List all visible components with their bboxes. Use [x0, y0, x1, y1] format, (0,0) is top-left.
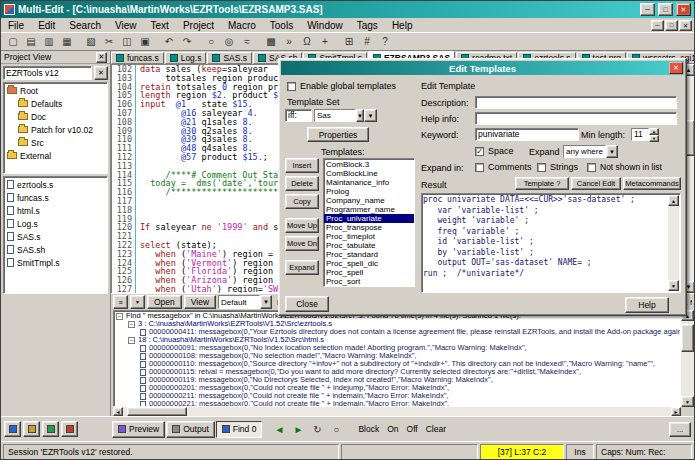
- template-item[interactable]: Proc_timeplot: [324, 232, 414, 241]
- project-tree-item[interactable]: Doc: [4, 110, 107, 123]
- template-item[interactable]: Proc_univariate: [324, 214, 414, 223]
- log-panel-icon[interactable]: [61, 421, 78, 437]
- template-set-filter-input[interactable]: iff:: [285, 109, 312, 122]
- template-item[interactable]: Proc_transpose: [324, 223, 414, 232]
- result-scrollbar[interactable]: ▲ ▼: [668, 195, 679, 291]
- save-all-icon[interactable]: ▦: [58, 34, 76, 50]
- keyword-input[interactable]: punivariate: [475, 128, 579, 141]
- close-project-view-icon[interactable]: ✕: [96, 52, 107, 63]
- redo-icon[interactable]: ↷: [178, 34, 196, 50]
- insert-button[interactable]: Insert: [285, 158, 319, 173]
- enable-global-checkbox[interactable]: [287, 82, 296, 91]
- delete-button[interactable]: Delete: [285, 176, 319, 191]
- expand-mode-select[interactable]: any where ▼: [563, 145, 667, 158]
- chevron-down-icon[interactable]: ▼: [606, 145, 618, 158]
- block-clear-button[interactable]: Clear: [423, 424, 449, 434]
- help-button[interactable]: Help: [625, 297, 669, 313]
- comments-checkbox[interactable]: [475, 163, 484, 172]
- split-window-icon[interactable]: ⊞: [340, 34, 358, 50]
- result-item[interactable]: −18 : C:\inuasha\MartinWorks\EZRTools\V1…: [114, 336, 680, 344]
- move-up-button[interactable]: Move Up: [285, 218, 319, 233]
- project-tree-item[interactable]: Src: [4, 136, 107, 149]
- template-set-dropdown-icon[interactable]: ▼: [364, 109, 377, 122]
- result-item[interactable]: 00000000091: messagebox(0,"No Index loca…: [114, 344, 680, 352]
- open-button[interactable]: Open: [147, 295, 182, 309]
- results-horizontal-scrollbar[interactable]: ◄ ►: [113, 407, 681, 416]
- paste-icon[interactable]: ▣: [136, 34, 154, 50]
- tags-icon[interactable]: #: [358, 34, 376, 50]
- template-set-select[interactable]: Sas ▼: [314, 109, 362, 122]
- scroll-left-icon[interactable]: ◄: [113, 407, 123, 416]
- mdi-restore-button[interactable]: □: [665, 20, 678, 31]
- panel-tab-preview[interactable]: Preview: [112, 421, 165, 438]
- template-item[interactable]: Programmer_name: [324, 205, 414, 214]
- result-item[interactable]: 00000000110: messagebox(0,"Source direct…: [114, 360, 680, 368]
- help-info-input[interactable]: [475, 112, 677, 125]
- tab-funcas.s[interactable]: funcas.s: [111, 52, 164, 64]
- mdi-close-button[interactable]: ✕: [679, 20, 692, 31]
- template-item[interactable]: Proc_standard: [324, 250, 414, 259]
- result-item[interactable]: −3 : C:\inuasha\MartinWorks\EZRTools\V1.…: [114, 320, 680, 328]
- properties-button[interactable]: Properties: [307, 127, 369, 142]
- result-item[interactable]: 00000000411: messagebox(0,"Your Ezrtools…: [114, 328, 680, 336]
- dialog-close-icon[interactable]: ✕: [669, 62, 683, 74]
- project-file-item[interactable]: ezrtools.s: [4, 178, 107, 191]
- expand-button[interactable]: Expand: [285, 260, 319, 275]
- menu-tags[interactable]: Tags: [350, 18, 385, 32]
- open-file-icon[interactable]: ▤: [22, 34, 40, 50]
- replace-icon[interactable]: ≈: [238, 34, 256, 50]
- result-item[interactable]: 00000000201: messagebox(0,"Could not cre…: [114, 384, 680, 392]
- result-item[interactable]: 00000000108: messagebox(0,"No selection …: [114, 352, 680, 360]
- macros-panel-icon[interactable]: [42, 421, 59, 437]
- macro-icon[interactable]: Ω: [298, 34, 316, 50]
- block-on-button[interactable]: On: [384, 424, 401, 434]
- results-menu-icon[interactable]: ≡: [113, 295, 128, 309]
- block-block-button[interactable]: Block: [355, 424, 382, 434]
- layout-select[interactable]: Default ▼: [218, 295, 272, 309]
- template-item[interactable]: ComBlock.3: [324, 160, 414, 169]
- template-item[interactable]: Company_name: [324, 196, 414, 205]
- strings-checkbox[interactable]: [537, 163, 546, 172]
- template-item[interactable]: ComBlockLine: [324, 169, 414, 178]
- clear-session-icon[interactable]: ✕: [94, 66, 108, 80]
- result-item[interactable]: 00000000115: retval = messagebox(0,"Do y…: [114, 368, 680, 376]
- copy-button[interactable]: Copy: [285, 194, 319, 209]
- result-item[interactable]: 00000000119: messagebox(0,"No Directorys…: [114, 376, 680, 384]
- next-match-icon[interactable]: ►: [289, 421, 307, 437]
- undo-icon[interactable]: ↶: [160, 34, 178, 50]
- chevron-down-icon[interactable]: ▼: [260, 295, 272, 309]
- template-item[interactable]: Prolog: [324, 187, 414, 196]
- scroll-down-icon[interactable]: ▼: [668, 280, 679, 291]
- menu-project[interactable]: Project: [176, 18, 221, 32]
- tab-SAS.s[interactable]: SAS.s: [207, 52, 252, 64]
- project-file-item[interactable]: funcas.s: [4, 191, 107, 204]
- copy-icon[interactable]: ◫: [118, 34, 136, 50]
- tools-icon[interactable]: +: [316, 34, 334, 50]
- results-collapse-icon[interactable]: ▼: [130, 295, 145, 309]
- scrollbar-thumb[interactable]: [127, 407, 187, 416]
- maximize-button[interactable]: □: [658, 3, 673, 16]
- project-file-item[interactable]: SmitTmpl.s: [4, 256, 107, 269]
- menu-macro[interactable]: Macro: [221, 18, 263, 32]
- project-tree-item[interactable]: External: [4, 149, 107, 162]
- minimize-button[interactable]: ─: [640, 3, 655, 16]
- result-item[interactable]: 00000000211: messagebox(0,"Could not cre…: [114, 392, 680, 400]
- tab-Log.s[interactable]: Log.s: [165, 52, 207, 64]
- scroll-right-icon[interactable]: ►: [671, 407, 681, 416]
- new-file-icon[interactable]: ▢: [4, 34, 22, 50]
- mdi-minimize-button[interactable]: ─: [651, 20, 664, 31]
- panel-tab-find-0[interactable]: Find 0: [216, 421, 263, 438]
- project-icon[interactable]: ▩: [262, 34, 280, 50]
- cut-icon[interactable]: ✂: [100, 34, 118, 50]
- move-dn-button[interactable]: Move Dn: [285, 236, 319, 251]
- min-length-stepper[interactable]: 11 ▲ ▼: [631, 128, 659, 141]
- menu-file[interactable]: File: [1, 18, 31, 32]
- close-dialog-button[interactable]: Close: [285, 296, 329, 312]
- result-editor[interactable]: proc univariate DATA=<<=CUR>>'sas-datase…: [421, 193, 681, 293]
- files-panel-icon[interactable]: [23, 421, 40, 437]
- refresh-icon[interactable]: ↻: [308, 421, 326, 437]
- project-tree-item[interactable]: Defaults: [4, 97, 107, 110]
- menu-help[interactable]: Help: [385, 18, 420, 32]
- template-item[interactable]: Maintanance_info: [324, 178, 414, 187]
- help-icon[interactable]: ?: [376, 34, 394, 50]
